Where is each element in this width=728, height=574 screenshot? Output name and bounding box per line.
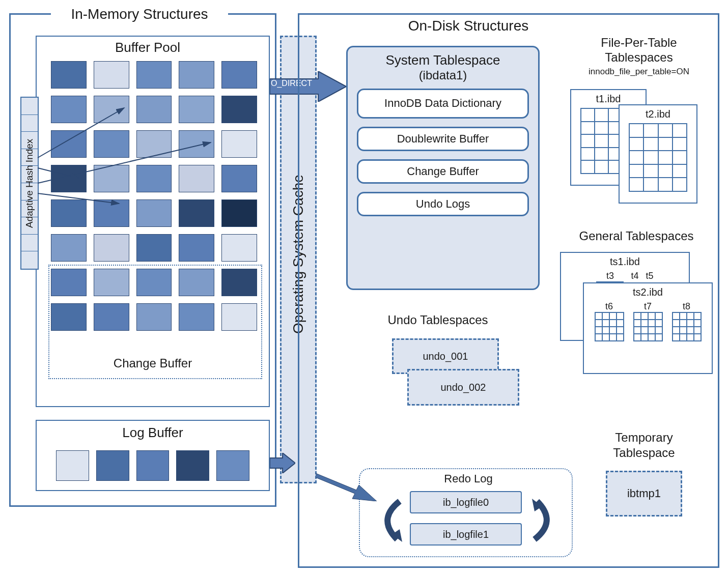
- redo-cycle-right-arrow-icon: [527, 496, 563, 544]
- system-tablespace-title: System Tablespace: [348, 52, 538, 68]
- table-t3-label: t3: [596, 271, 624, 281]
- grid-icon: [672, 312, 702, 341]
- grid-icon: [633, 312, 663, 341]
- redo-log-title: Redo Log: [423, 472, 514, 485]
- table-t8-label: t8: [672, 301, 702, 312]
- system-item-change-buffer: Change Buffer: [357, 159, 529, 184]
- grid-icon: [595, 312, 624, 341]
- undo-title: Undo Tablespaces: [367, 313, 509, 327]
- system-item-doublewrite: Doublewrite Buffer: [357, 127, 529, 151]
- buffer-pool-title: Buffer Pool: [97, 40, 199, 55]
- buffer-cell: [221, 61, 257, 89]
- file-per-table-title: File-Per-Table Tablespaces: [570, 36, 708, 65]
- svg-line-1: [38, 142, 211, 183]
- file-t2-box: t2.ibd: [619, 104, 697, 204]
- change-buffer-label: Change Buffer: [92, 356, 214, 370]
- log-cell: [216, 450, 249, 481]
- ahi-arrows-icon: [33, 97, 257, 270]
- buffer-cell: [51, 61, 87, 89]
- svg-line-0: [38, 108, 124, 158]
- log-cell: [56, 450, 89, 481]
- table-t6-label: t6: [595, 301, 624, 312]
- table-t7-label: t7: [633, 301, 663, 312]
- file-per-table-section: File-Per-Table Tablespaces innodb_file_p…: [570, 36, 708, 77]
- redo-file-1: ib_logfile0: [410, 491, 522, 513]
- buffer-cell: [136, 61, 172, 89]
- on-disk-title: On-Disk Structures: [387, 18, 550, 34]
- log-to-cache-arrow-icon: [270, 453, 295, 473]
- general-ts2-label: ts2.ibd: [584, 283, 712, 301]
- system-item-data-dictionary: InnoDB Data Dictionary: [357, 89, 529, 119]
- temp-title: Temporary Tablespace: [588, 430, 700, 461]
- general-ts1-label: ts1.ibd: [561, 253, 689, 271]
- grid-icon: [629, 123, 687, 192]
- buffer-cell: [94, 61, 129, 89]
- general-tablespaces-title: General Tablespaces: [560, 229, 713, 243]
- system-tablespace-subtitle: (ibdata1): [348, 68, 538, 82]
- temp-file: ibtmp1: [606, 471, 682, 516]
- file-per-table-config: innodb_file_per_table=ON: [570, 67, 708, 77]
- redo-file-2: ib_logfile1: [410, 523, 522, 546]
- redo-cycle-left-arrow-icon: [372, 496, 407, 544]
- buffer-cell: [179, 61, 214, 89]
- svg-line-2: [38, 193, 119, 204]
- in-memory-title: In-Memory Structures: [51, 6, 228, 22]
- log-cell: [176, 450, 209, 481]
- log-cell: [96, 450, 129, 481]
- file-t2-label: t2.ibd: [620, 105, 696, 123]
- log-buffer-title: Log Buffer: [102, 425, 204, 441]
- table-t4-label: t4: [631, 271, 638, 281]
- system-tablespace-box: System Tablespace (ibdata1) InnoDB Data …: [346, 46, 540, 290]
- log-cell: [136, 450, 170, 481]
- system-item-undo-logs: Undo Logs: [357, 192, 529, 216]
- svg-line-3: [38, 168, 78, 178]
- general-ts2-box: ts2.ibd t6 t7 t8: [583, 282, 713, 374]
- undo-file-2: undo_002: [407, 369, 519, 406]
- table-t5-label: t5: [646, 271, 654, 281]
- log-buffer-grid: [56, 450, 249, 481]
